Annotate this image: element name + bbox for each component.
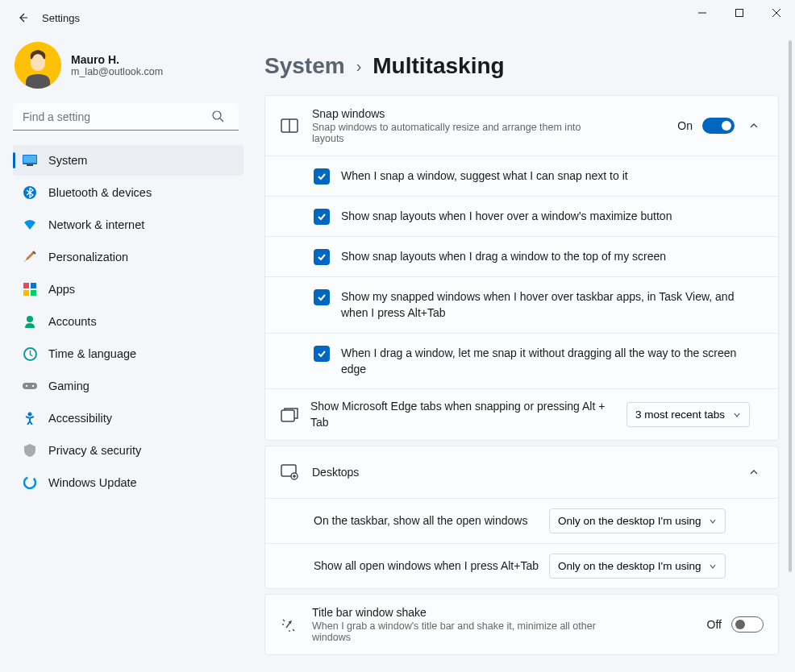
snap-option-row: Show snap layouts when I drag a window t…	[265, 236, 778, 276]
sidebar: Mauro H. m_lab@outlook.com System Blueto…	[0, 35, 250, 672]
shake-toggle[interactable]	[731, 616, 764, 633]
nav-label: Windows Update	[48, 476, 137, 489]
shake-title: Title bar window shake	[312, 606, 694, 619]
nav-accounts[interactable]: Accounts	[13, 306, 243, 337]
scrollbar[interactable]	[789, 40, 792, 667]
snap-icon	[280, 116, 299, 135]
svg-rect-8	[31, 283, 36, 288]
nav-label: Accessibility	[48, 412, 112, 425]
apps-icon	[23, 282, 37, 297]
user-name: Mauro H.	[71, 53, 163, 66]
gaming-icon	[23, 379, 37, 393]
nav-personalization[interactable]: Personalization	[13, 242, 243, 272]
window-title: Settings	[42, 12, 80, 24]
checkbox[interactable]	[314, 346, 330, 362]
svg-rect-10	[31, 290, 36, 296]
edge-tabs-dropdown[interactable]: 3 most recent tabs	[626, 402, 750, 427]
nav-privacy[interactable]: Privacy & security	[13, 435, 243, 466]
nav-network[interactable]: Network & internet	[13, 209, 243, 240]
svg-point-16	[28, 413, 32, 417]
snap-option-label: When I drag a window, let me snap it wit…	[341, 345, 764, 378]
shake-status: Off	[707, 618, 722, 631]
chevron-down-icon	[709, 562, 717, 570]
search-input[interactable]	[13, 103, 239, 131]
nav-accessibility[interactable]: Accessibility	[13, 403, 243, 433]
desktops-row-label: On the taskbar, show all the open window…	[314, 513, 539, 529]
nav-update[interactable]: Windows Update	[13, 467, 243, 498]
update-icon	[23, 475, 37, 490]
system-icon	[23, 153, 37, 168]
nav-apps[interactable]: Apps	[13, 274, 243, 305]
chevron-right-icon: ›	[356, 57, 362, 76]
nav-gaming[interactable]: Gaming	[13, 371, 243, 401]
snap-windows-card: Snap windows Snap windows to automatical…	[264, 95, 779, 441]
edge-tabs-label: Show Microsoft Edge tabs when snapping o…	[310, 399, 617, 430]
search-icon	[212, 110, 224, 122]
nav-label: System	[48, 154, 87, 167]
snap-option-row: When I drag a window, let me snap it wit…	[265, 333, 778, 389]
svg-rect-7	[23, 283, 29, 288]
close-button[interactable]	[758, 0, 795, 26]
svg-rect-9	[23, 290, 29, 296]
accessibility-icon	[23, 411, 37, 425]
avatar	[15, 42, 61, 89]
snap-option-row: Show my snapped windows when I hover ove…	[265, 276, 778, 333]
desktops-dropdown[interactable]: Only on the desktop I'm using	[549, 508, 726, 533]
breadcrumb: System › Multitasking	[264, 53, 779, 79]
back-button[interactable]	[10, 5, 35, 31]
user-profile[interactable]: Mauro H. m_lab@outlook.com	[15, 42, 243, 89]
svg-rect-0	[736, 10, 743, 17]
snap-option-row: Show snap layouts when I hover over a wi…	[265, 196, 778, 236]
svg-rect-4	[23, 156, 36, 163]
desktops-card: Desktops On the taskbar, show all the op…	[264, 446, 779, 589]
snap-toggle[interactable]	[702, 118, 735, 134]
brush-icon	[23, 250, 37, 264]
nav-label: Network & internet	[48, 218, 144, 231]
shake-desc: When I grab a window's title bar and sha…	[312, 620, 602, 643]
nav-time[interactable]: Time & language	[13, 338, 243, 369]
checkbox[interactable]	[314, 289, 330, 305]
main-content: System › Multitasking Snap windows Snap …	[250, 35, 795, 672]
desktops-row: Show all open windows when I press Alt+T…	[265, 543, 778, 588]
chevron-down-icon	[709, 517, 717, 525]
search-box	[13, 103, 243, 131]
snap-desc: Snap windows to automatically resize and…	[312, 122, 586, 144]
maximize-button[interactable]	[721, 0, 758, 26]
bluetooth-icon	[23, 185, 37, 200]
snap-status: On	[677, 119, 693, 132]
nav-label: Privacy & security	[48, 444, 141, 457]
checkbox[interactable]	[314, 249, 330, 265]
shield-icon	[23, 443, 37, 458]
desktops-row-label: Show all open windows when I press Alt+T…	[314, 558, 539, 575]
user-email: m_lab@outlook.com	[71, 66, 163, 77]
snap-option-row: When I snap a window, suggest what I can…	[265, 156, 778, 196]
snap-option-label: Show snap layouts when I hover over a wi…	[341, 208, 672, 224]
svg-rect-19	[281, 410, 294, 421]
nav-bluetooth[interactable]: Bluetooth & devices	[13, 177, 243, 208]
desktops-dropdown[interactable]: Only on the desktop I'm using	[549, 554, 726, 579]
chevron-down-icon	[733, 411, 741, 419]
chevron-up-icon[interactable]	[744, 116, 764, 135]
nav-label: Apps	[48, 283, 75, 296]
snap-title: Snap windows	[312, 107, 664, 120]
svg-point-15	[32, 385, 34, 387]
minimize-button[interactable]	[684, 0, 721, 26]
nav-label: Personalization	[48, 251, 128, 263]
nav-list: System Bluetooth & devices Network & int…	[13, 145, 243, 498]
person-icon	[23, 314, 37, 329]
svg-rect-13	[23, 383, 37, 389]
shake-icon	[280, 615, 299, 634]
checkbox[interactable]	[314, 168, 330, 185]
desktops-icon	[280, 463, 299, 482]
svg-point-14	[26, 385, 27, 387]
nav-system[interactable]: System	[13, 145, 243, 176]
breadcrumb-parent[interactable]: System	[264, 53, 345, 79]
shake-card: Title bar window shake When I grab a win…	[264, 594, 779, 655]
snap-option-label: Show snap layouts when I drag a window t…	[341, 248, 666, 264]
svg-point-17	[24, 477, 35, 488]
clock-icon	[23, 346, 37, 361]
nav-label: Bluetooth & devices	[48, 186, 152, 199]
checkbox[interactable]	[314, 209, 330, 225]
svg-point-2	[213, 111, 221, 119]
chevron-up-icon[interactable]	[744, 463, 764, 482]
